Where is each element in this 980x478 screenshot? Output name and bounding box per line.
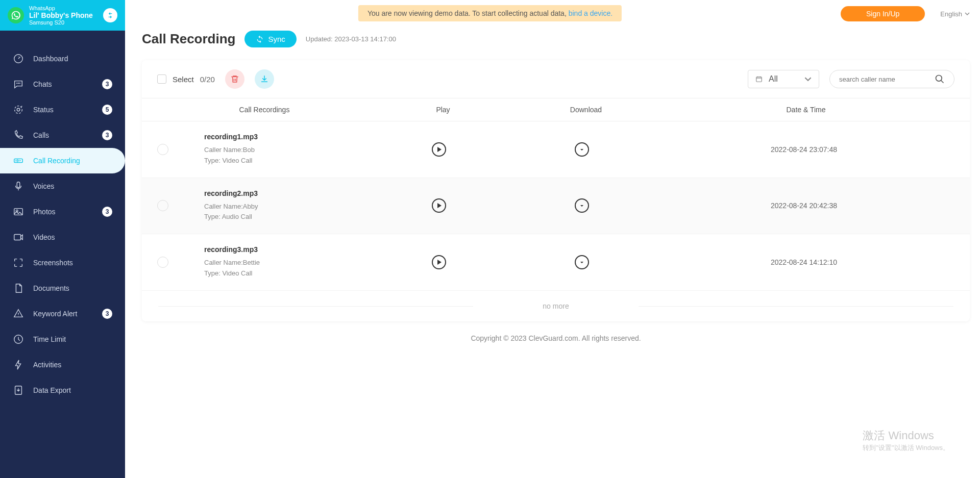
no-more-indicator: no more bbox=[142, 291, 970, 321]
whatsapp-icon bbox=[8, 7, 24, 23]
language-label: English bbox=[940, 10, 962, 18]
page-header: Call Recording Sync Updated: 2023-03-13 … bbox=[142, 31, 970, 47]
download-icon bbox=[260, 74, 269, 84]
sidebar-item-time-limit[interactable]: Time Limit bbox=[0, 326, 125, 352]
row-select-radio[interactable] bbox=[157, 200, 168, 211]
demo-banner: You are now viewing demo data. To start … bbox=[358, 5, 622, 21]
device-model: Samsung S20 bbox=[29, 19, 98, 26]
sidebar-item-status[interactable]: Status5 bbox=[0, 97, 125, 122]
download-arrow-icon bbox=[579, 259, 585, 265]
sidebar-item-label: Keyword Alert bbox=[33, 310, 77, 318]
svg-point-2 bbox=[18, 83, 19, 84]
svg-point-4 bbox=[15, 106, 22, 114]
time-limit-icon bbox=[13, 334, 24, 345]
svg-point-5 bbox=[17, 108, 20, 111]
sidebar-item-label: Videos bbox=[33, 233, 55, 241]
row-select-radio[interactable] bbox=[157, 257, 168, 268]
recording-type: Type: Video Call bbox=[204, 268, 368, 279]
sidebar-item-label: Voices bbox=[33, 182, 54, 190]
sync-button[interactable]: Sync bbox=[244, 31, 296, 47]
sidebar-item-dashboard[interactable]: Dashboard bbox=[0, 46, 125, 71]
sidebar-badge: 3 bbox=[102, 309, 112, 319]
sidebar-item-screenshots[interactable]: Screenshots bbox=[0, 250, 125, 275]
column-recordings: Call Recordings bbox=[157, 106, 372, 114]
sidebar-item-label: Documents bbox=[33, 284, 69, 292]
svg-rect-6 bbox=[14, 159, 23, 162]
sidebar-item-label: Time Limit bbox=[33, 335, 66, 343]
row-select-radio[interactable] bbox=[157, 144, 168, 155]
status-icon bbox=[13, 104, 24, 115]
recording-caller: Caller Name:Bettie bbox=[204, 258, 368, 268]
sidebar-item-data-export[interactable]: Data Export bbox=[0, 378, 125, 403]
sidebar-item-photos[interactable]: Photos3 bbox=[0, 199, 125, 224]
sidebar-item-documents[interactable]: Documents bbox=[0, 275, 125, 301]
sign-in-button[interactable]: Sign In/Up bbox=[841, 6, 925, 21]
select-all-checkbox[interactable] bbox=[157, 74, 166, 84]
download-button[interactable] bbox=[575, 198, 589, 213]
documents-icon bbox=[13, 283, 24, 294]
sidebar-header: WhatsApp Lil' Bobby's Phone Samsung S20 bbox=[0, 0, 125, 31]
download-button[interactable] bbox=[575, 142, 589, 157]
search-input[interactable] bbox=[839, 76, 928, 83]
sidebar-item-videos[interactable]: Videos bbox=[0, 224, 125, 250]
voices-icon bbox=[13, 181, 24, 192]
filter-value: All bbox=[769, 74, 798, 84]
play-button[interactable] bbox=[432, 198, 446, 213]
recording-date: 2022-08-24 20:42:38 bbox=[653, 202, 954, 210]
sidebar-badge: 3 bbox=[102, 130, 112, 140]
download-button[interactable] bbox=[575, 255, 589, 269]
dashboard-icon bbox=[13, 53, 24, 64]
recording-date: 2022-08-24 14:12:10 bbox=[653, 258, 954, 266]
svg-point-3 bbox=[19, 83, 20, 84]
sidebar-badge: 3 bbox=[102, 79, 112, 89]
keyword-alert-icon bbox=[13, 308, 24, 319]
calls-icon bbox=[13, 130, 24, 141]
table-row: recording3.mp3Caller Name:BettieType: Vi… bbox=[142, 234, 970, 291]
watermark-line1: 激活 Windows bbox=[863, 428, 949, 443]
sidebar-item-label: Call Recording bbox=[33, 157, 80, 165]
recording-name: recording1.mp3 bbox=[204, 133, 368, 141]
chats-icon bbox=[13, 79, 24, 90]
sidebar-item-keyword-alert[interactable]: Keyword Alert3 bbox=[0, 301, 125, 326]
table-row: recording2.mp3Caller Name:AbbyType: Audi… bbox=[142, 178, 970, 235]
recording-date: 2022-08-24 23:07:48 bbox=[653, 145, 954, 154]
main-content: Call Recording Sync Updated: 2023-03-13 … bbox=[142, 31, 980, 478]
recording-info: recording1.mp3Caller Name:BobType: Video… bbox=[204, 133, 368, 166]
recording-name: recording3.mp3 bbox=[204, 245, 368, 254]
device-info: WhatsApp Lil' Bobby's Phone Samsung S20 bbox=[29, 5, 98, 26]
search-icon bbox=[935, 74, 945, 84]
sidebar-item-label: Status bbox=[33, 106, 54, 114]
delete-button[interactable] bbox=[225, 69, 244, 89]
trash-icon bbox=[230, 74, 239, 84]
chevron-down-icon bbox=[804, 76, 812, 83]
play-button[interactable] bbox=[432, 142, 446, 157]
app-name: WhatsApp bbox=[29, 5, 98, 11]
select-count: 0/20 bbox=[200, 75, 215, 84]
column-datetime: Date & Time bbox=[657, 106, 954, 114]
sidebar-item-calls[interactable]: Calls3 bbox=[0, 122, 125, 148]
download-arrow-icon bbox=[579, 146, 585, 153]
top-right-controls: Sign In/Up English bbox=[841, 6, 970, 21]
download-all-button[interactable] bbox=[255, 69, 274, 89]
play-icon bbox=[436, 146, 442, 153]
windows-watermark: 激活 Windows 转到"设置"以激活 Windows。 bbox=[863, 428, 949, 452]
sidebar-item-chats[interactable]: Chats3 bbox=[0, 71, 125, 97]
select-all-wrap: Select 0/20 bbox=[157, 74, 215, 84]
bind-device-link[interactable]: bind a device. bbox=[569, 9, 612, 17]
recording-caller: Caller Name:Abby bbox=[204, 202, 368, 212]
play-button[interactable] bbox=[432, 255, 446, 269]
recording-type: Type: Video Call bbox=[204, 156, 368, 166]
language-selector[interactable]: English bbox=[940, 10, 970, 18]
play-icon bbox=[436, 203, 442, 209]
sidebar-item-activities[interactable]: Activities bbox=[0, 352, 125, 378]
videos-icon bbox=[13, 232, 24, 243]
sidebar-item-call-recording[interactable]: Call Recording bbox=[0, 148, 125, 173]
svg-rect-13 bbox=[756, 77, 762, 82]
filter-dropdown[interactable]: All bbox=[748, 70, 819, 88]
select-label: Select bbox=[173, 75, 194, 84]
sidebar-item-voices[interactable]: Voices bbox=[0, 173, 125, 199]
switch-device-button[interactable] bbox=[103, 8, 117, 22]
recordings-card: Select 0/20 All Call Recordings Play bbox=[142, 60, 970, 321]
footer-copyright: Copyright © 2023 ClevGuard.com. All righ… bbox=[142, 334, 970, 342]
sidebar-item-label: Dashboard bbox=[33, 55, 68, 63]
